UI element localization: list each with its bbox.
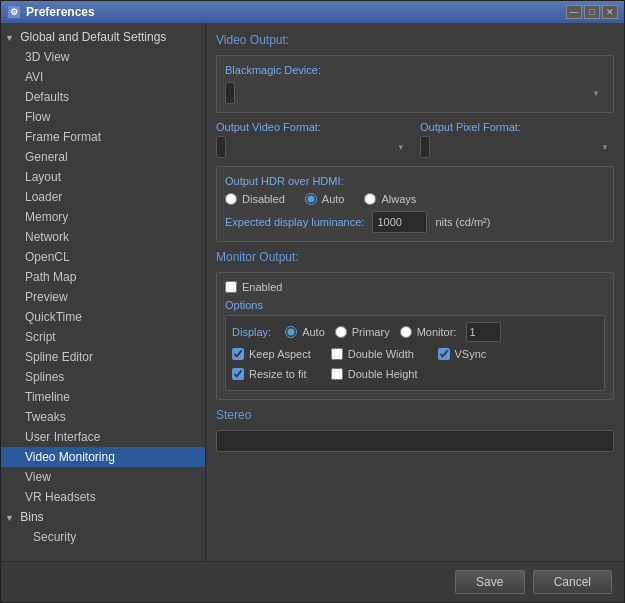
label-3dview: 3D View — [25, 50, 69, 64]
double-height-row: Double Height — [331, 368, 418, 380]
sidebar-item-path-map[interactable]: Path Map — [1, 267, 205, 287]
blackmagic-label: Blackmagic Device: — [225, 64, 605, 76]
sidebar-item-user-interface[interactable]: User Interface — [1, 427, 205, 447]
label-user-interface: User Interface — [25, 430, 100, 444]
sidebar-item-loader[interactable]: Loader — [1, 187, 205, 207]
label-tweaks: Tweaks — [25, 410, 66, 424]
checkboxes-grid: Keep Aspect Resize to fit Double Width — [232, 348, 598, 384]
stereo-title: Stereo — [216, 408, 614, 422]
sidebar-item-timeline[interactable]: Timeline — [1, 387, 205, 407]
double-width-row: Double Width — [331, 348, 418, 360]
window-icon: ⚙ — [7, 5, 21, 19]
label-vr-headsets: VR Headsets — [25, 490, 96, 504]
label-splines: Splines — [25, 370, 64, 384]
blackmagic-device-dropdown[interactable] — [225, 82, 235, 104]
label-path-map: Path Map — [25, 270, 76, 284]
sidebar-item-preview[interactable]: Preview — [1, 287, 205, 307]
monitor-output-group: Enabled Options Display: Auto Primary — [216, 272, 614, 400]
sidebar-item-defaults[interactable]: Defaults — [1, 87, 205, 107]
label-defaults: Defaults — [25, 90, 69, 104]
sidebar: ▼ Global and Default Settings 3D View AV… — [1, 23, 206, 561]
sidebar-item-video-monitoring[interactable]: Video Monitoring — [1, 447, 205, 467]
hdr-always-option: Always — [364, 193, 416, 205]
hdr-disabled-option: Disabled — [225, 193, 285, 205]
sidebar-item-3dview[interactable]: 3D View — [1, 47, 205, 67]
footer: Save Cancel — [1, 561, 624, 602]
pixel-format-dropdown-wrapper — [420, 136, 614, 158]
hdr-auto-radio[interactable] — [305, 193, 317, 205]
label-avi: AVI — [25, 70, 43, 84]
pixel-format-group: Output Pixel Format: — [420, 121, 614, 158]
keep-aspect-checkbox[interactable] — [232, 348, 244, 360]
display-box: Display: Auto Primary Monitor: — [225, 315, 605, 391]
double-height-checkbox[interactable] — [331, 368, 343, 380]
video-format-group: Output Video Format: — [216, 121, 410, 158]
display-auto-option: Auto — [285, 326, 325, 338]
stereo-input[interactable] — [216, 430, 614, 452]
options-label: Options — [225, 299, 605, 311]
label-video-monitoring: Video Monitoring — [25, 450, 115, 464]
sidebar-item-tweaks[interactable]: Tweaks — [1, 407, 205, 427]
display-monitor-radio[interactable] — [400, 326, 412, 338]
display-auto-radio[interactable] — [285, 326, 297, 338]
save-button[interactable]: Save — [455, 570, 525, 594]
sidebar-item-layout[interactable]: Layout — [1, 167, 205, 187]
sidebar-bins-label: Bins — [20, 510, 43, 524]
hdr-disabled-radio[interactable] — [225, 193, 237, 205]
close-button[interactable]: ✕ — [602, 5, 618, 19]
title-bar: ⚙ Preferences — □ ✕ — [1, 1, 624, 23]
sidebar-item-global[interactable]: ▼ Global and Default Settings — [1, 27, 205, 47]
video-format-dropdown-wrapper — [216, 136, 410, 158]
resize-to-fit-checkbox[interactable] — [232, 368, 244, 380]
vsync-label: VSync — [455, 348, 487, 360]
video-format-dropdown[interactable] — [216, 136, 226, 158]
sidebar-item-quicktime[interactable]: QuickTime — [1, 307, 205, 327]
label-layout: Layout — [25, 170, 61, 184]
checkboxes-col-3: VSync — [438, 348, 487, 384]
maximize-button[interactable]: □ — [584, 5, 600, 19]
luminance-input[interactable] — [372, 211, 427, 233]
display-monitor-label: Monitor: — [417, 326, 457, 338]
monitor-number-input[interactable] — [466, 322, 501, 342]
video-output-title: Video Output: — [216, 33, 614, 47]
label-general: General — [25, 150, 68, 164]
checkboxes-col-1: Keep Aspect Resize to fit — [232, 348, 311, 384]
sidebar-item-memory[interactable]: Memory — [1, 207, 205, 227]
sidebar-item-security[interactable]: Security — [1, 527, 205, 547]
hdr-label: Output HDR over HDMI: — [225, 175, 605, 187]
vsync-checkbox[interactable] — [438, 348, 450, 360]
double-width-checkbox[interactable] — [331, 348, 343, 360]
sidebar-item-opencl[interactable]: OpenCL — [1, 247, 205, 267]
video-format-label: Output Video Format: — [216, 121, 410, 133]
sidebar-item-frame-format[interactable]: Frame Format — [1, 127, 205, 147]
double-width-label: Double Width — [348, 348, 414, 360]
sidebar-item-network[interactable]: Network — [1, 227, 205, 247]
sidebar-item-vr-headsets[interactable]: VR Headsets — [1, 487, 205, 507]
sidebar-item-avi[interactable]: AVI — [1, 67, 205, 87]
monitor-output-title: Monitor Output: — [216, 250, 614, 264]
label-network: Network — [25, 230, 69, 244]
luminance-label: Expected display luminance: — [225, 216, 364, 228]
hdr-always-radio[interactable] — [364, 193, 376, 205]
enabled-checkbox[interactable] — [225, 281, 237, 293]
luminance-row: Expected display luminance: nits (cd/m²) — [225, 211, 605, 233]
vsync-row: VSync — [438, 348, 487, 360]
sidebar-item-flow[interactable]: Flow — [1, 107, 205, 127]
pixel-format-dropdown[interactable] — [420, 136, 430, 158]
label-view: View — [25, 470, 51, 484]
label-opencl: OpenCL — [25, 250, 70, 264]
stereo-section: Stereo — [216, 408, 614, 452]
sidebar-item-view[interactable]: View — [1, 467, 205, 487]
label-timeline: Timeline — [25, 390, 70, 404]
display-row: Display: Auto Primary Monitor: — [232, 322, 598, 342]
sidebar-item-splines[interactable]: Splines — [1, 367, 205, 387]
hdr-options-row: Disabled Auto Always — [225, 193, 605, 205]
sidebar-item-script[interactable]: Script — [1, 327, 205, 347]
display-primary-radio[interactable] — [335, 326, 347, 338]
cancel-button[interactable]: Cancel — [533, 570, 612, 594]
sidebar-item-spline-editor[interactable]: Spline Editor — [1, 347, 205, 367]
minimize-button[interactable]: — — [566, 5, 582, 19]
sidebar-item-bins[interactable]: ▼ Bins — [1, 507, 205, 527]
sidebar-item-general[interactable]: General — [1, 147, 205, 167]
enabled-row: Enabled — [225, 281, 605, 293]
